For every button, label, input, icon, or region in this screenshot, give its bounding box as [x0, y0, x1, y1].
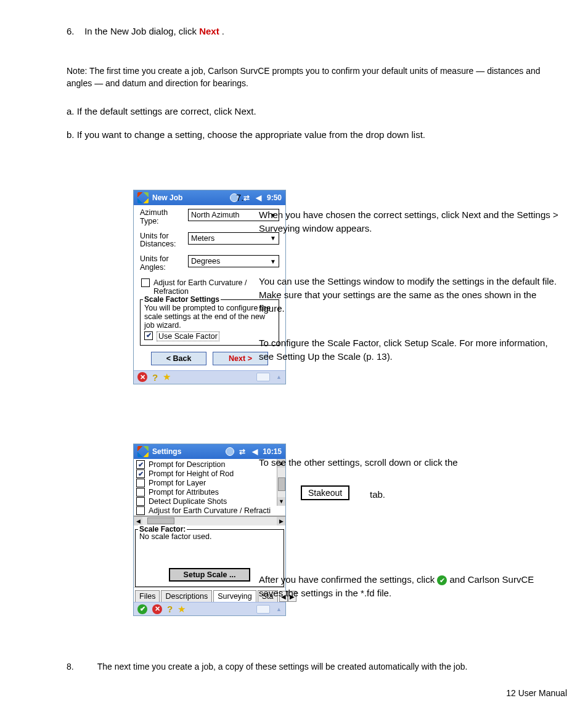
list-item[interactable]: Adjust for Earth Curvature / Refracti [136, 506, 277, 515]
status-circle-icon[interactable] [226, 447, 234, 456]
checkbox-use-scale[interactable]: Use Scale Factor [144, 331, 275, 341]
scroll-left-icon[interactable]: ◀ [134, 517, 142, 525]
scale-factor-msg: No scale factor used. [139, 532, 280, 566]
chevron-down-icon: ▼ [270, 258, 276, 265]
list-item[interactable]: Prompt for Height of Rod [136, 469, 277, 478]
star-icon[interactable]: ★ [178, 604, 186, 615]
label-distance-units: Units for Distances: [140, 232, 184, 249]
para-tab-tail: tab. [370, 489, 385, 500]
para-scroll-hint: To see the other settings, scroll down o… [259, 456, 558, 469]
list-item[interactable]: Prompt for Description [136, 460, 277, 469]
keyboard-icon[interactable] [256, 605, 270, 614]
ok-icon: ✔ [437, 575, 447, 585]
list-item[interactable]: Prompt for Layer [136, 479, 277, 487]
checkbox-icon [136, 488, 145, 497]
checkbox-icon [136, 479, 145, 487]
scroll-thumb[interactable] [147, 517, 174, 524]
group-legend: Scale Factor: [138, 525, 187, 533]
clock: 10:15 [263, 447, 282, 456]
step-num: 6. [67, 26, 75, 36]
page-footer: 12 User Manual [506, 688, 567, 698]
group-legend: Scale Factor Settings [143, 295, 221, 304]
list-item[interactable]: Prompt for Attributes [136, 488, 277, 497]
substep-a: a. If the default settings are correct, … [67, 105, 547, 118]
start-icon[interactable] [137, 446, 149, 457]
stakeout-box: Stakeout [301, 485, 349, 500]
step-7-text: When you have chosen the correct setting… [259, 208, 558, 235]
para-confirm: After you have confirmed the settings, c… [259, 573, 558, 600]
help-icon[interactable]: ? [152, 372, 158, 383]
start-icon[interactable] [137, 192, 149, 203]
network-icon[interactable]: ⇄ [238, 447, 247, 456]
checkbox-icon [136, 506, 145, 515]
step-8: 8. The next time you create a job, a cop… [67, 662, 521, 671]
star-icon[interactable]: ★ [163, 371, 171, 383]
step-7-num: 7. [236, 191, 557, 205]
para-setup-scale: To configure the Scale Factor, click Set… [259, 336, 558, 363]
checkbox-icon [136, 460, 145, 469]
checkbox-icon [144, 331, 153, 340]
scroll-down-icon[interactable]: ▼ [277, 497, 285, 506]
substep-b: b. If you want to change a setting, choo… [67, 128, 547, 142]
label-angle-units: Units for Angles: [140, 255, 184, 272]
para-settings-modify: You can use the Settings window to modif… [259, 275, 558, 315]
checkbox-icon [136, 497, 145, 506]
tab-files[interactable]: Files [135, 590, 160, 602]
checkbox-icon [141, 278, 150, 287]
keyboard-icon[interactable] [256, 373, 270, 381]
bottom-bar: ✔ ✕ ? ★ ▲ [134, 602, 285, 615]
combo-angle-units[interactable]: Degrees ▼ [188, 255, 279, 267]
chevron-down-icon: ▼ [270, 235, 276, 241]
horizontal-scrollbar[interactable]: ◀ ▶ [134, 516, 285, 525]
window-title: New Job [152, 193, 182, 202]
close-icon[interactable]: ✕ [152, 604, 162, 614]
checkbox-icon [136, 469, 145, 478]
step-6: 6. In the New Job dialog, click Next . [67, 25, 547, 38]
group-text: You will be prompted to configure the sc… [144, 304, 275, 330]
chevron-up-icon: ▲ [276, 606, 282, 612]
tab-descriptions[interactable]: Descriptions [161, 590, 212, 602]
scroll-thumb[interactable] [278, 477, 285, 491]
back-button[interactable]: < Back [151, 352, 206, 365]
label-azimuth: Azimuth Type: [140, 209, 184, 226]
volume-icon[interactable]: ◀ [250, 447, 259, 456]
next-link[interactable]: Next [199, 26, 219, 36]
help-icon[interactable]: ? [167, 604, 173, 614]
note-text: Note: The first time you create a job, C… [67, 65, 547, 89]
list-item[interactable]: Detect Duplicate Shots [136, 497, 277, 506]
tab-surveying[interactable]: Surveying [213, 590, 256, 602]
bottom-bar: ✕ ? ★ ▲ [134, 370, 285, 384]
close-icon[interactable]: ✕ [137, 372, 147, 382]
chevron-up-icon: ▲ [276, 374, 282, 380]
setup-scale-button[interactable]: Setup Scale ... [169, 568, 250, 582]
window-title: Settings [152, 447, 181, 456]
ok-icon[interactable]: ✔ [137, 604, 147, 614]
scroll-right-icon[interactable]: ▶ [277, 517, 285, 525]
